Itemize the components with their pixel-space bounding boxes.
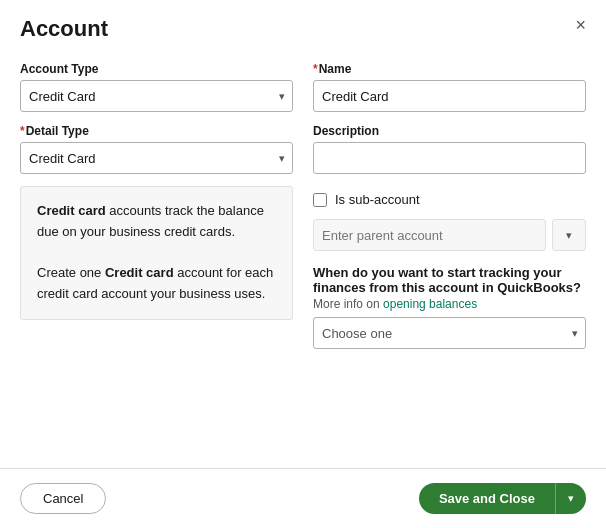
account-type-name-row: Account Type Credit Card Bank Expense In… [20, 62, 586, 112]
info-controls-row: Credit card accounts track the balance d… [20, 186, 586, 349]
choose-one-select[interactable]: Choose one Today This fiscal year-to-dat… [313, 317, 586, 349]
parent-account-input[interactable] [313, 219, 546, 251]
name-input[interactable] [313, 80, 586, 112]
detail-type-description-row: *Detail Type Credit Card ▾ Description [20, 124, 586, 174]
name-label: *Name [313, 62, 586, 76]
detail-type-col: *Detail Type Credit Card ▾ [20, 124, 293, 174]
save-button-group: Save and Close ▾ [419, 483, 586, 514]
is-sub-account-checkbox[interactable] [313, 193, 327, 207]
name-required-star: * [313, 62, 318, 76]
tracking-subtitle: More info on opening balances [313, 297, 586, 311]
modal-footer: Cancel Save and Close ▾ [0, 468, 606, 528]
cancel-button[interactable]: Cancel [20, 483, 106, 514]
info-bold-2: Credit card [105, 265, 174, 280]
detail-type-required-star: * [20, 124, 25, 138]
save-and-close-button[interactable]: Save and Close [419, 483, 555, 514]
right-controls-panel: Is sub-account ▾ When do you want to sta… [313, 186, 586, 349]
parent-account-dropdown-button[interactable]: ▾ [552, 219, 586, 251]
info-bold-1: Credit card [37, 203, 106, 218]
detail-type-label: *Detail Type [20, 124, 293, 138]
description-label: Description [313, 124, 586, 138]
save-dropdown-button[interactable]: ▾ [555, 483, 586, 514]
account-type-select[interactable]: Credit Card Bank Expense Income Asset [20, 80, 293, 112]
close-button[interactable]: × [575, 16, 586, 34]
account-type-label: Account Type [20, 62, 293, 76]
name-col: *Name [313, 62, 586, 112]
modal-title: Account [20, 16, 108, 42]
description-input[interactable] [313, 142, 586, 174]
tracking-title: When do you want to start tracking your … [313, 265, 586, 295]
is-sub-account-label[interactable]: Is sub-account [335, 192, 420, 207]
tracking-section: When do you want to start tracking your … [313, 265, 586, 349]
account-modal: Account × Account Type Credit Card Bank … [0, 0, 606, 528]
detail-type-select-wrapper: Credit Card ▾ [20, 142, 293, 174]
parent-account-row: ▾ [313, 219, 586, 251]
opening-balances-link[interactable]: opening balances [383, 297, 477, 311]
modal-header: Account × [0, 0, 606, 52]
modal-body: Account Type Credit Card Bank Expense In… [0, 52, 606, 468]
save-dropdown-arrow-icon: ▾ [568, 492, 574, 504]
info-panel: Credit card accounts track the balance d… [20, 186, 293, 320]
is-sub-account-row: Is sub-account [313, 192, 586, 207]
info-box: Credit card accounts track the balance d… [20, 186, 293, 320]
account-type-col: Account Type Credit Card Bank Expense In… [20, 62, 293, 112]
detail-type-select[interactable]: Credit Card [20, 142, 293, 174]
choose-one-wrapper: Choose one Today This fiscal year-to-dat… [313, 317, 586, 349]
description-col: Description [313, 124, 586, 174]
info-text-2: Create one Credit card account for each … [37, 263, 276, 305]
info-text-1: Credit card accounts track the balance d… [37, 201, 276, 243]
account-type-select-wrapper: Credit Card Bank Expense Income Asset ▾ [20, 80, 293, 112]
